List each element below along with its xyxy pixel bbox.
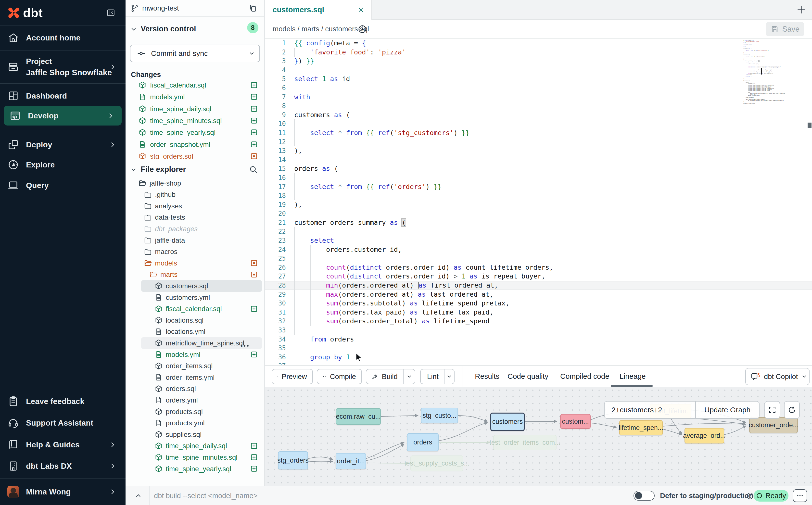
stage-badge-icon[interactable]	[250, 465, 258, 473]
lineage-node-stg-custo-[interactable]: stg_custo...	[421, 408, 458, 424]
sidebar-item-query[interactable]: Query	[0, 175, 126, 196]
stage-badge-icon[interactable]	[250, 305, 258, 313]
change-row[interactable]: order_snapshot.yml	[126, 139, 264, 150]
sidebar-item-dashboard[interactable]: Dashboard	[0, 86, 126, 106]
copy-icon[interactable]	[249, 4, 258, 13]
sidebar-collapse-icon[interactable]	[106, 8, 116, 17]
user-menu[interactable]: Mirna Wong	[0, 482, 126, 502]
more-options-button[interactable]	[793, 489, 807, 502]
stage-badge-icon[interactable]	[250, 117, 258, 125]
file-tree-item-fiscal-calendar-sql[interactable]: fiscal_calendar.sql	[126, 303, 264, 315]
dbt-copilot-button[interactable]: dbt Copilot	[745, 368, 810, 385]
sidebar-item-help-guides[interactable]: Help & Guides	[0, 435, 126, 455]
code-line-10[interactable]: 10	[265, 119, 812, 129]
tab-lineage[interactable]: Lineage	[620, 366, 646, 387]
file-tree-item--github[interactable]: .github	[126, 189, 264, 200]
compass-icon[interactable]	[357, 24, 367, 34]
code-line-27[interactable]: 27 count(distinct orders.order_id) > 1 a…	[265, 272, 812, 281]
editor-minimap[interactable]: {{ config(meta = { 'favorite_food': 'piz…	[743, 40, 787, 106]
untracked-badge-icon[interactable]	[250, 271, 258, 279]
commit-options-button[interactable]	[244, 45, 260, 62]
lineage-node-customer-orde-[interactable]: customer_orde...	[749, 417, 798, 433]
version-control-header[interactable]: Version control 8	[126, 23, 264, 37]
sidebar-item-project[interactable]: ProjectJaffle Shop Snowflake	[0, 50, 126, 83]
code-line-1[interactable]: 1{{ config(meta = {	[265, 39, 812, 48]
code-line-28[interactable]: 28 min(orders.ordered_at) as first_order…	[265, 281, 812, 290]
save-button[interactable]: Save	[766, 22, 804, 36]
stage-badge-icon[interactable]	[250, 81, 258, 89]
stage-badge-icon[interactable]	[250, 105, 258, 113]
search-icon[interactable]	[249, 165, 258, 174]
code-line-8[interactable]: 8	[265, 102, 812, 111]
compile-button[interactable]: Compile	[317, 369, 362, 384]
file-tree-item-metricflow-time-spine-sql[interactable]: metricflow_time_spine.sql	[126, 337, 264, 349]
file-tree-item-time-spine-minutes-sql[interactable]: time_spine_minutes.sql	[126, 452, 264, 463]
row-menu-icon[interactable]	[240, 341, 250, 345]
tab-compiled-code[interactable]: Compiled code	[560, 366, 609, 387]
file-tree-item-order-items-yml[interactable]: order_items.yml	[126, 372, 264, 383]
code-line-23[interactable]: 23 select	[265, 236, 812, 245]
stage-badge-icon[interactable]	[250, 351, 258, 358]
code-line-19[interactable]: 19),	[265, 200, 812, 209]
file-tree-item-products-yml[interactable]: products.yml	[126, 417, 264, 429]
file-tree-item-order-items-sql[interactable]: order_items.sql	[126, 360, 264, 372]
lineage-node-orders[interactable]: orders	[407, 433, 439, 451]
code-line-21[interactable]: 21customer_orders_summary as (	[265, 218, 812, 227]
update-graph-button[interactable]: Update Graph	[696, 401, 759, 418]
code-line-29[interactable]: 29 max(orders.ordered_at) as last_ordere…	[265, 290, 812, 299]
code-line-33[interactable]: 33	[265, 326, 812, 335]
code-line-24[interactable]: 24 orders.customer_id,	[265, 245, 812, 254]
file-tree-item-orders-yml[interactable]: orders.yml	[126, 394, 264, 406]
file-tree-item-products-sql[interactable]: products.sql	[126, 406, 264, 417]
stage-badge-icon[interactable]	[250, 141, 258, 148]
code-line-34[interactable]: 34 from orders	[265, 335, 812, 344]
fullscreen-button[interactable]	[765, 401, 780, 419]
file-tree-item-models-yml[interactable]: models.yml	[126, 349, 264, 360]
code-line-25[interactable]: 25	[265, 254, 812, 263]
lineage-search-input[interactable]: 2+customers+2	[605, 401, 696, 418]
change-row[interactable]: models.yml	[126, 92, 264, 103]
sidebar-item-develop[interactable]: Develop	[4, 106, 122, 126]
tab-customers-sql[interactable]: customers.sql	[265, 0, 372, 20]
file-tree-item-jaffle-shop[interactable]: jaffle-shop	[126, 177, 264, 189]
code-line-2[interactable]: 2 'favorite_food': 'pizza'	[265, 48, 812, 57]
file-tree-item-macros[interactable]: macros	[126, 246, 264, 258]
new-tab-button[interactable]	[796, 4, 807, 15]
file-tree-item-dbt-packages[interactable]: dbt_packages	[126, 223, 264, 234]
code-line-13[interactable]: 13),	[265, 146, 812, 155]
file-tree-item-analyses[interactable]: analyses	[126, 200, 264, 212]
code-line-12[interactable]: 12	[265, 138, 812, 147]
code-line-9[interactable]: 9customers as (	[265, 111, 812, 120]
refresh-button[interactable]	[784, 401, 800, 419]
lineage-node-order-it-[interactable]: order_it...	[336, 453, 366, 469]
lint-button[interactable]: Lint	[420, 369, 455, 384]
lineage-node-stg-orders[interactable]: stg_orders	[278, 451, 308, 470]
file-tree-item-data-tests[interactable]: data-tests	[126, 212, 264, 223]
file-tree-item-models[interactable]: models	[126, 258, 264, 269]
code-line-4[interactable]: 4	[265, 66, 812, 75]
file-tree-item-time-spine-daily-sql[interactable]: time_spine_daily.sql	[126, 440, 264, 452]
close-icon[interactable]	[357, 6, 365, 14]
stage-badge-icon[interactable]	[250, 453, 258, 461]
change-row[interactable]: stg_orders.sql	[126, 151, 264, 159]
commit-and-sync-button[interactable]: Commit and sync	[130, 45, 260, 62]
code-line-30[interactable]: 30 sum(orders.subtotal) as lifetime_spen…	[265, 299, 812, 308]
code-line-31[interactable]: 31 sum(orders.tax_paid) as lifetime_tax_…	[265, 308, 812, 317]
file-tree-item-customers-yml[interactable]: customers.yml	[126, 292, 264, 303]
tab-results[interactable]: Results	[475, 366, 499, 387]
modified-badge-icon[interactable]	[250, 152, 258, 159]
code-line-15[interactable]: 15orders as (	[265, 164, 812, 173]
stage-badge-icon[interactable]	[250, 442, 258, 450]
lineage-node-custom-[interactable]: custom...	[560, 414, 591, 429]
code-line-22[interactable]: 22	[265, 227, 812, 236]
sidebar-item-support-assistant[interactable]: Support Assistant	[0, 412, 126, 433]
code-line-26[interactable]: 26 count(distinct orders.order_id) as co…	[265, 263, 812, 272]
sidebar-item-account-home[interactable]: Account home	[0, 27, 126, 48]
file-tree-item-time-spine-yearly-sql[interactable]: time_spine_yearly.sql	[126, 463, 264, 475]
sidebar-item-leave-feedback[interactable]: Leave feedback	[0, 391, 126, 411]
preview-button[interactable]: Preview	[272, 369, 313, 384]
code-editor[interactable]: 1{{ config(meta = {2 'favorite_food': 'p…	[265, 39, 812, 365]
stage-badge-icon[interactable]	[250, 93, 258, 101]
lineage-node-ecom-raw-cu-[interactable]: ecom.raw_cu...	[336, 408, 381, 425]
code-line-36[interactable]: 36 group by 1	[265, 353, 812, 362]
